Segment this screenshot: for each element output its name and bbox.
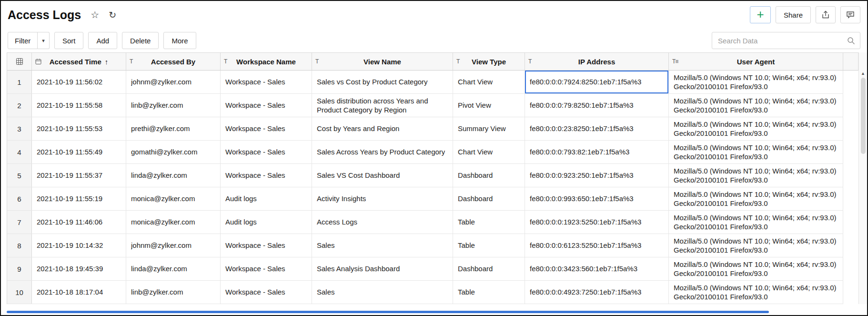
cell-view[interactable]: Access Logs — [312, 211, 453, 234]
cell-by[interactable]: prethi@zylker.com — [126, 117, 221, 140]
row-number[interactable]: 2 — [7, 94, 32, 117]
column-header-type[interactable]: TView Type — [453, 53, 525, 70]
add-button[interactable]: Add — [88, 32, 117, 49]
cell-time[interactable]: 2021-10-19 11:55:58 — [32, 94, 126, 117]
row-number[interactable]: 1 — [7, 71, 32, 93]
cell-agent[interactable]: Mozilla/5.0 (Windows NT 10.0; Win64; x64… — [669, 71, 843, 93]
cell-agent[interactable]: Mozilla/5.0 (Windows NT 10.0; Win64; x64… — [669, 117, 843, 140]
cell-workspace[interactable]: Workspace - Sales — [221, 71, 312, 93]
row-number[interactable]: 10 — [7, 281, 32, 304]
cell-agent[interactable]: Mozilla/5.0 (Windows NT 10.0; Win64; x64… — [669, 94, 843, 117]
cell-by[interactable]: linda@zylker.com — [126, 257, 221, 280]
row-number[interactable]: 4 — [7, 141, 32, 163]
cell-time[interactable]: 2021-10-19 11:55:37 — [32, 164, 126, 187]
cell-by[interactable]: johnm@zylker.com — [126, 71, 221, 93]
cell-type[interactable]: Pivot View — [453, 94, 525, 117]
cell-view[interactable]: Sales — [312, 234, 453, 257]
cell-time[interactable]: 2021-10-19 11:46:06 — [32, 211, 126, 234]
cell-view[interactable]: Sales Across Years by Product Category — [312, 141, 453, 163]
cell-agent[interactable]: Mozilla/5.0 (Windows NT 10.0; Win64; x64… — [669, 141, 843, 163]
comments-button[interactable] — [840, 6, 860, 23]
text-type-icon[interactable]: T — [130, 59, 132, 64]
text-type-icon[interactable]: T — [528, 59, 531, 64]
cell-ip[interactable]: fe80:0:0:0:3423:560:1eb7:1f5a%3 — [525, 257, 669, 280]
cell-agent[interactable]: Mozilla/5.0 (Windows NT 10.0; Win64; x64… — [669, 187, 843, 210]
cell-workspace[interactable]: Workspace - Sales — [221, 257, 312, 280]
column-header-by[interactable]: TAccessed By — [126, 53, 221, 70]
cell-time[interactable]: 2021-10-19 11:56:02 — [32, 71, 126, 93]
horizontal-scrollbar[interactable] — [7, 311, 769, 313]
row-number[interactable]: 3 — [7, 117, 32, 140]
column-header-workspace[interactable]: TWorkspace Name — [221, 53, 312, 70]
cell-view[interactable]: Sales vs Cost by Product Category — [312, 71, 453, 93]
cell-view[interactable]: Sales Analysis Dashboard — [312, 257, 453, 280]
cell-workspace[interactable]: Workspace - Sales — [221, 117, 312, 140]
row-number[interactable]: 5 — [7, 164, 32, 187]
favorite-star-icon[interactable]: ☆ — [91, 10, 99, 20]
cell-type[interactable]: Table — [453, 211, 525, 234]
cell-type[interactable]: Summary View — [453, 117, 525, 140]
column-header-time[interactable]: Accessed Time↑ — [32, 53, 126, 70]
cell-view[interactable]: Sales VS Cost Dashboard — [312, 164, 453, 187]
text-type-icon[interactable]: T — [224, 59, 227, 64]
scroll-up-icon[interactable]: ▲ — [861, 71, 865, 76]
cell-view[interactable]: Sales distribution across Years and Prod… — [312, 94, 453, 117]
cell-ip[interactable]: fe80:0:0:0:1923:5250:1eb7:1f5a%3 — [525, 211, 669, 234]
vertical-scrollbar[interactable]: ▲ — [858, 52, 867, 304]
cell-by[interactable]: linda@zylker.com — [126, 164, 221, 187]
cell-ip[interactable]: fe80:0:0:0:993:650:1eb7:1f5a%3 — [525, 187, 669, 210]
export-button[interactable] — [816, 6, 836, 23]
cell-workspace[interactable]: Audit logs — [221, 187, 312, 210]
cell-by[interactable]: gomathi@zylker.com — [126, 141, 221, 163]
sort-button[interactable]: Sort — [54, 32, 84, 49]
cell-agent[interactable]: Mozilla/5.0 (Windows NT 10.0; Win64; x64… — [669, 257, 843, 280]
text-type-icon[interactable]: T — [315, 59, 318, 64]
cell-ip[interactable]: fe80:0:0:0:4923:7250:1eb7:1f5a%3 — [525, 281, 669, 304]
cell-time[interactable]: 2021-10-19 11:55:49 — [32, 141, 126, 163]
cell-by[interactable]: linb@zylker.com — [126, 281, 221, 304]
cell-type[interactable]: Chart View — [453, 71, 525, 93]
cell-type[interactable]: Chart View — [453, 141, 525, 163]
cell-ip[interactable]: fe80:0:0:0:7924:8250:1eb7:1f5a%3 — [525, 71, 669, 93]
cell-workspace[interactable]: Workspace - Sales — [221, 281, 312, 304]
cell-agent[interactable]: Mozilla/5.0 (Windows NT 10.0; Win64; x64… — [669, 211, 843, 234]
cell-workspace[interactable]: Workspace - Sales — [221, 141, 312, 163]
cell-time[interactable]: 2021-10-19 11:55:53 — [32, 117, 126, 140]
row-number[interactable]: 7 — [7, 211, 32, 234]
cell-ip[interactable]: fe80:0:0:0:6123:5250:1eb7:1f5a%3 — [525, 234, 669, 257]
cell-view[interactable]: Activity Insights — [312, 187, 453, 210]
cell-type[interactable]: Table — [453, 281, 525, 304]
cell-ip[interactable]: fe80:0:0:0:79:8250:1eb7:1f5a%3 — [525, 94, 669, 117]
cell-ip[interactable]: fe80:0:0:0:23:8250:1eb7:1f5a%3 — [525, 117, 669, 140]
cell-agent[interactable]: Mozilla/5.0 (Windows NT 10.0; Win64; x64… — [669, 281, 843, 304]
cell-time[interactable]: 2021-10-18 18:17:04 — [32, 281, 126, 304]
calendar-icon[interactable] — [35, 59, 41, 65]
row-number[interactable]: 6 — [7, 187, 32, 210]
cell-view[interactable]: Cost by Years and Region — [312, 117, 453, 140]
text-list-icon[interactable]: T≡ — [672, 59, 678, 64]
delete-button[interactable]: Delete — [122, 32, 159, 49]
cell-type[interactable]: Table — [453, 234, 525, 257]
cell-type[interactable]: Dashboard — [453, 257, 525, 280]
column-header-agent[interactable]: T≡User Agent — [669, 53, 843, 70]
text-type-icon[interactable]: T — [456, 59, 459, 64]
filter-button[interactable]: Filter — [8, 32, 38, 49]
cell-ip[interactable]: fe80:0:0:0:793:82:1eb7:1f5a%3 — [525, 141, 669, 163]
row-number[interactable]: 8 — [7, 234, 32, 257]
cell-view[interactable]: Sales — [312, 281, 453, 304]
column-header-ip[interactable]: TIP Address — [525, 53, 669, 70]
row-number[interactable]: 9 — [7, 257, 32, 280]
cell-time[interactable]: 2021-10-19 11:55:19 — [32, 187, 126, 210]
refresh-icon[interactable]: ↻ — [109, 10, 116, 20]
cell-agent[interactable]: Mozilla/5.0 (Windows NT 10.0; Win64; x64… — [669, 164, 843, 187]
cell-type[interactable]: Dashboard — [453, 164, 525, 187]
cell-by[interactable]: linb@zylker.com — [126, 94, 221, 117]
cell-agent[interactable]: Mozilla/5.0 (Windows NT 10.0; Win64; x64… — [669, 234, 843, 257]
column-header-view[interactable]: TView Name — [312, 53, 453, 70]
scrollbar-thumb[interactable] — [861, 78, 866, 154]
cell-time[interactable]: 2021-10-19 10:14:32 — [32, 234, 126, 257]
search-icon[interactable] — [847, 37, 855, 45]
share-button[interactable]: Share — [776, 6, 811, 23]
create-button[interactable]: + — [750, 6, 771, 23]
cell-workspace[interactable]: Audit logs — [221, 211, 312, 234]
